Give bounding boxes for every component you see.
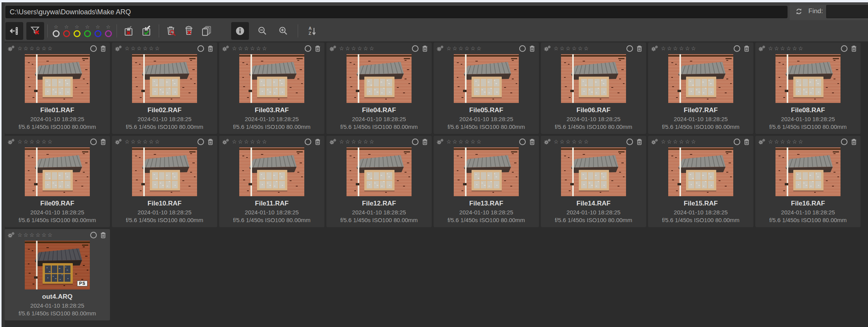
thumbnail-image[interactable] [25, 147, 90, 196]
rating-stars[interactable]: ☆☆☆☆☆☆ [339, 139, 375, 145]
thumbnail-image[interactable] [132, 54, 197, 103]
filter-unedited-button[interactable] [120, 22, 138, 40]
profile-gear-icon[interactable] [758, 45, 765, 51]
info-button[interactable] [231, 22, 249, 40]
color-label-icon[interactable] [519, 45, 526, 52]
file-tile[interactable]: ☆☆☆☆☆☆ [326, 43, 432, 134]
thumbnail-image[interactable] [668, 147, 733, 196]
color-label-icon[interactable] [305, 45, 311, 52]
color-label-icon[interactable] [412, 139, 419, 145]
thumbnail-image[interactable] [561, 54, 626, 103]
file-tile[interactable]: ☆☆☆☆☆☆ [5, 43, 110, 134]
show-trash-button[interactable] [162, 22, 180, 40]
rating-stars[interactable]: ☆☆☆☆☆☆ [125, 45, 161, 51]
file-tile[interactable]: ☆☆☆☆☆☆ [541, 136, 646, 227]
file-tile[interactable]: ☆☆☆☆☆☆ [112, 43, 217, 134]
trash-icon[interactable] [100, 45, 106, 52]
profile-gear-icon[interactable] [329, 139, 336, 145]
file-tile[interactable]: ☆☆☆☆☆☆ [434, 136, 539, 227]
profile-gear-icon[interactable] [651, 45, 658, 51]
trash-icon[interactable] [422, 139, 428, 145]
trash-icon[interactable] [851, 139, 857, 145]
color-label-icon[interactable] [90, 139, 97, 145]
profile-gear-icon[interactable] [115, 139, 122, 145]
rating-stars[interactable]: ☆☆☆☆☆☆ [768, 45, 804, 51]
thumbnail-image[interactable] [347, 147, 412, 196]
trash-icon[interactable] [315, 139, 321, 145]
profile-gear-icon[interactable] [8, 45, 15, 51]
profile-gear-icon[interactable] [544, 139, 551, 145]
rating-stars[interactable]: ☆☆☆☆☆☆ [232, 45, 268, 51]
filter-blue-button[interactable]: ☆ [93, 22, 103, 40]
thumbnail-image[interactable] [239, 54, 304, 103]
filter-edited-button[interactable] [138, 22, 156, 40]
file-tile[interactable]: ☆☆☆☆☆☆ [5, 229, 110, 320]
file-tile[interactable]: ☆☆☆☆☆☆ [434, 43, 539, 134]
zoom-out-button[interactable] [254, 22, 271, 40]
profile-gear-icon[interactable] [758, 139, 765, 145]
color-label-icon[interactable] [90, 45, 97, 52]
file-tile[interactable]: ☆☆☆☆☆☆ [112, 136, 217, 227]
thumbnail-image[interactable] [132, 147, 197, 196]
color-label-icon[interactable] [197, 45, 204, 52]
thumbnail-image[interactable] [25, 54, 90, 103]
file-tile[interactable]: ☆☆☆☆☆☆ [648, 43, 753, 134]
filter-yellow-button[interactable]: ☆ [72, 22, 82, 40]
trash-icon[interactable] [529, 139, 535, 145]
filter-purple-button[interactable]: ☆ [103, 22, 113, 40]
rating-stars[interactable]: ☆☆☆☆☆☆ [17, 139, 53, 145]
color-label-icon[interactable] [626, 139, 633, 145]
thumbnail-image[interactable] [347, 54, 412, 103]
filter-red-button[interactable]: ☆ [61, 22, 72, 40]
profile-gear-icon[interactable] [222, 139, 229, 145]
color-label-icon[interactable] [412, 45, 419, 52]
file-tile[interactable]: ☆☆☆☆☆☆ [326, 136, 432, 227]
file-tile[interactable]: ☆☆☆☆☆☆ [541, 43, 646, 134]
trash-icon[interactable] [315, 45, 321, 52]
collapse-panel-button[interactable] [5, 22, 23, 40]
trash-icon[interactable] [636, 45, 642, 52]
thumbnail-image[interactable] [239, 147, 304, 196]
trash-icon[interactable] [529, 45, 535, 52]
trash-icon[interactable] [636, 139, 642, 145]
color-label-icon[interactable] [841, 45, 847, 52]
color-label-icon[interactable] [90, 232, 97, 238]
thumbnail-image[interactable] [454, 147, 519, 196]
rating-stars[interactable]: ☆☆☆☆☆☆ [661, 45, 697, 51]
color-label-icon[interactable] [626, 45, 633, 52]
filter-green-button[interactable]: ☆ [82, 22, 93, 40]
rating-stars[interactable]: ☆☆☆☆☆☆ [661, 139, 697, 145]
zoom-in-button[interactable] [274, 22, 292, 40]
rating-stars[interactable]: ☆☆☆☆☆☆ [17, 232, 53, 238]
sort-button[interactable]: A Z [304, 22, 321, 40]
color-label-icon[interactable] [841, 139, 847, 145]
profile-gear-icon[interactable] [115, 45, 122, 51]
rating-stars[interactable]: ☆☆☆☆☆☆ [339, 45, 375, 51]
thumbnail-image[interactable] [454, 54, 519, 103]
profile-gear-icon[interactable] [8, 139, 15, 145]
rating-stars[interactable]: ☆☆☆☆☆☆ [17, 45, 53, 51]
file-tile[interactable]: ☆☆☆☆☆☆ [219, 43, 324, 134]
rating-stars[interactable]: ☆☆☆☆☆☆ [446, 45, 482, 51]
show-copies-button[interactable] [198, 22, 216, 40]
rating-stars[interactable]: ☆☆☆☆☆☆ [125, 139, 161, 145]
trash-icon[interactable] [208, 139, 213, 145]
file-tile[interactable]: ☆☆☆☆☆☆ [219, 136, 324, 227]
trash-icon[interactable] [744, 45, 750, 52]
rating-stars[interactable]: ☆☆☆☆☆☆ [554, 45, 590, 51]
color-label-icon[interactable] [305, 139, 311, 145]
file-tile[interactable]: ☆☆☆☆☆☆ [755, 43, 861, 134]
color-label-icon[interactable] [734, 45, 740, 52]
rating-stars[interactable]: ☆☆☆☆☆☆ [554, 139, 590, 145]
file-tile[interactable]: ☆☆☆☆☆☆ [755, 136, 861, 227]
trash-icon[interactable] [422, 45, 428, 52]
color-label-icon[interactable] [197, 139, 204, 145]
profile-gear-icon[interactable] [544, 45, 551, 51]
profile-gear-icon[interactable] [437, 45, 444, 51]
rating-stars[interactable]: ☆☆☆☆☆☆ [232, 139, 268, 145]
trash-icon[interactable] [208, 45, 213, 52]
color-label-icon[interactable] [519, 139, 526, 145]
profile-gear-icon[interactable] [329, 45, 336, 51]
refresh-icon[interactable] [793, 5, 805, 17]
trash-icon[interactable] [851, 45, 857, 52]
